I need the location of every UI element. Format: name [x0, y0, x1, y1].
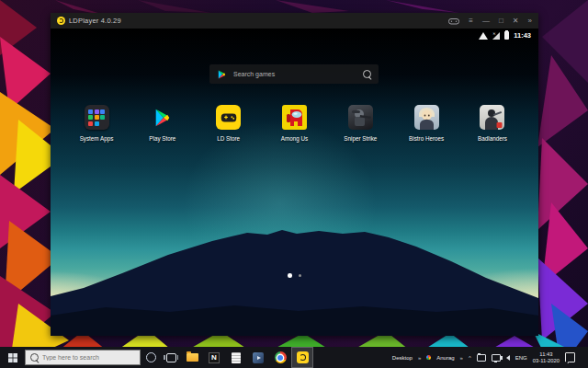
- clock-date: 03-11-2020: [533, 358, 560, 364]
- close-button[interactable]: ✕: [513, 17, 519, 25]
- app-label: Sniper Strike: [344, 135, 377, 142]
- start-button[interactable]: [0, 347, 25, 368]
- system-tray: Desktop » Anurag » ^ ENG 11:43 03-11-202…: [392, 351, 588, 364]
- search-icon: [30, 353, 39, 362]
- maximize-button[interactable]: □: [499, 17, 503, 25]
- file-explorer-icon: [187, 353, 198, 362]
- android-status-bar: 11:43: [479, 30, 531, 40]
- search-icon[interactable]: [363, 70, 371, 78]
- ldplayer-logo-icon: [57, 17, 65, 25]
- game-search-bar[interactable]: Search games: [209, 64, 379, 84]
- language-indicator[interactable]: ENG: [515, 355, 527, 361]
- chrome-icon: [275, 351, 287, 363]
- collapse-sidebar-button[interactable]: »: [528, 17, 532, 25]
- app-label: Badlanders: [478, 135, 507, 142]
- tray-volume-icon[interactable]: [506, 355, 510, 361]
- bistro-heroes-icon: [414, 105, 439, 130]
- app-label: System Apps: [80, 135, 114, 142]
- battery-icon: [504, 31, 509, 40]
- app-sniper-strike[interactable]: Sniper Strike: [331, 105, 390, 142]
- user-toolbar-chevron[interactable]: »: [460, 355, 463, 361]
- notepad-button[interactable]: N: [203, 347, 225, 368]
- play-store-icon: [150, 105, 175, 130]
- app-label: Among Us: [281, 135, 308, 142]
- taskbar-clock[interactable]: 11:43 03-11-2020: [533, 351, 560, 364]
- android-home-screen: 11:43 Search games: [51, 29, 538, 336]
- taskbar-search-box[interactable]: [25, 350, 141, 365]
- document-icon: [232, 352, 241, 363]
- app-system-apps[interactable]: System Apps: [67, 105, 126, 142]
- window-title: LDPlayer 4.0.29: [69, 17, 121, 25]
- cortana-button[interactable]: [141, 347, 161, 368]
- sniper-strike-icon: [348, 105, 373, 130]
- media-player-icon: [253, 352, 264, 363]
- menu-icon[interactable]: ≡: [469, 17, 473, 25]
- app-label: Bistro Heroes: [409, 135, 444, 142]
- chrome-button[interactable]: [269, 347, 291, 368]
- task-view-button[interactable]: [161, 347, 181, 368]
- tray-folder-icon[interactable]: [477, 354, 486, 362]
- app-bistro-heroes[interactable]: Bistro Heroes: [397, 105, 456, 142]
- badlanders-icon: [480, 105, 504, 130]
- ld-store-icon: [216, 105, 241, 130]
- window-titlebar[interactable]: LDPlayer 4.0.29 ≡ — □ ✕ »: [51, 13, 538, 29]
- wifi-icon: [479, 32, 488, 40]
- hidden-icons-chevron[interactable]: ^: [469, 355, 471, 361]
- user-avatar: [426, 355, 431, 360]
- cellular-signal-icon: [492, 32, 500, 40]
- android-clock: 11:43: [514, 31, 531, 40]
- windows-taskbar: N Desktop » Anurag » ^ ENG 11:43 03-11-2…: [0, 347, 588, 368]
- clock-time: 11:43: [539, 351, 552, 358]
- notepad-icon: N: [209, 352, 220, 363]
- system-apps-icon: [85, 105, 109, 130]
- desktop-toolbar-label[interactable]: Desktop: [392, 355, 413, 361]
- task-view-icon: [166, 353, 176, 362]
- app-play-store[interactable]: Play Store: [133, 105, 192, 142]
- taskbar-search-input[interactable]: [42, 354, 135, 361]
- app-label: Play Store: [149, 135, 175, 142]
- among-us-icon: [282, 105, 307, 130]
- document-app-button[interactable]: [225, 347, 247, 368]
- windows-logo-icon: [8, 353, 17, 362]
- ldplayer-taskbar-button[interactable]: [291, 347, 313, 368]
- window-controls: ≡ — □ ✕ »: [448, 17, 532, 25]
- page-dot-active[interactable]: [288, 273, 292, 278]
- play-store-icon: [217, 69, 227, 80]
- cortana-icon: [146, 352, 156, 362]
- ldplayer-window: LDPlayer 4.0.29 ≡ — □ ✕ » 11:43: [51, 13, 538, 336]
- app-among-us[interactable]: Among Us: [265, 105, 323, 142]
- app-badlanders[interactable]: Badlanders: [463, 105, 522, 142]
- action-center-icon[interactable]: [565, 352, 575, 362]
- app-grid: System Apps Play Store: [67, 105, 522, 142]
- search-games-placeholder: Search games: [233, 71, 275, 77]
- page-dot[interactable]: [299, 274, 302, 278]
- desktop-toolbar-chevron[interactable]: »: [418, 355, 421, 361]
- app-label: LD Store: [217, 135, 240, 142]
- app-ld-store[interactable]: LD Store: [199, 105, 258, 142]
- controller-icon[interactable]: [448, 17, 459, 25]
- minimize-button[interactable]: —: [482, 17, 490, 25]
- file-explorer-button[interactable]: [181, 347, 203, 368]
- page-indicator: [51, 273, 538, 278]
- user-toolbar-label[interactable]: Anurag: [436, 355, 454, 361]
- ldplayer-icon: [297, 351, 309, 363]
- tray-display-icon[interactable]: [492, 354, 501, 362]
- media-app-button[interactable]: [247, 347, 269, 368]
